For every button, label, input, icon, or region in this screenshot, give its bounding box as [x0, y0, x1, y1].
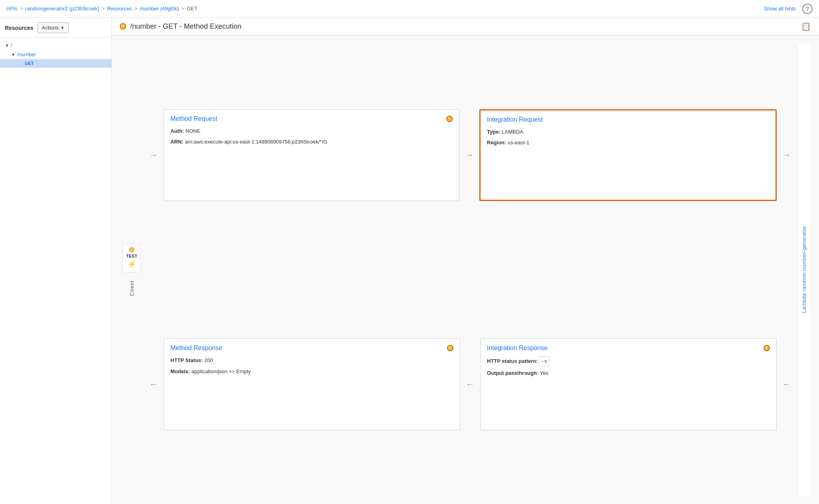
arrow-left-2	[466, 379, 475, 390]
sidebar-item-get[interactable]: GET	[0, 59, 111, 68]
top-bar: APIs > randomgenerator2 (p23h5lcoek) > R…	[0, 0, 819, 18]
arrow-client-to-method	[144, 150, 164, 160]
test-dot	[129, 247, 134, 252]
breadcrumb-get: GET	[187, 6, 198, 12]
arn-label: ARN:	[170, 139, 184, 145]
method-request-body: Auth: NONE ARN: arn:aws:execute-api:us-e…	[170, 127, 453, 149]
sidebar-header: Resources Actions ▼	[0, 18, 111, 37]
tree-label-number: /number	[17, 51, 36, 57]
arrow-right-3	[782, 150, 791, 160]
http-status-value: 200	[204, 357, 213, 363]
http-status-label: HTTP Status:	[170, 357, 203, 363]
auth-value: NONE	[186, 128, 201, 134]
tree-label-root: /	[11, 42, 12, 48]
method-request-arn: ARN: arn:aws:execute-api:us-east-1:14880…	[170, 138, 453, 146]
integration-request-card[interactable]: Integration Request Type: LAMBDA Region:…	[479, 109, 777, 201]
method-response-header: Method Response	[170, 345, 453, 352]
help-button[interactable]: ?	[802, 4, 813, 14]
main-layout: Resources Actions ▼ ▼ / ▼ /number GET	[0, 18, 819, 504]
integration-response-body: HTTP status pattern: - ⇅ Output passthro…	[487, 356, 770, 380]
integration-response-card[interactable]: Integration Response HTTP status pattern…	[480, 339, 777, 430]
breadcrumb-sep-2: >	[102, 6, 105, 12]
arrow-integration-to-lambda	[777, 150, 797, 160]
breadcrumb-sep-3: >	[135, 6, 138, 12]
sidebar: Resources Actions ▼ ▼ / ▼ /number GET	[0, 18, 112, 504]
sidebar-item-number[interactable]: ▼ /number	[0, 50, 111, 59]
content-header: /number - GET - Method Execution 📋	[112, 18, 819, 35]
type-value: LAMBDA	[502, 129, 523, 135]
method-response-title: Method Response	[170, 345, 222, 352]
arrow-lambda-to-integration	[777, 379, 797, 390]
flow-lower: Method Response HTTP Status: 200 Models:…	[144, 273, 797, 496]
integration-response-header: Integration Response	[487, 345, 770, 352]
http-status-select[interactable]: - ⇅	[539, 356, 549, 366]
header-orange-dot	[120, 23, 126, 30]
arrow-left-1	[149, 379, 158, 390]
integration-request-body: Type: LAMBDA Region: us-east-1	[487, 128, 769, 150]
actions-caret: ▼	[60, 26, 64, 30]
models-value: application/json => Empty	[192, 368, 251, 374]
select-arrows: ⇅	[544, 358, 547, 364]
breadcrumb-apigw[interactable]: randomgenerator2 (p23h5lcoek)	[25, 6, 99, 12]
region-label: Region:	[487, 140, 506, 146]
integration-request-header: Integration Request	[487, 116, 769, 123]
show-hints-link[interactable]: Show all hints	[764, 6, 796, 12]
sidebar-tree: ▼ / ▼ /number GET	[0, 37, 111, 504]
models-label: Models:	[170, 368, 190, 374]
flow-area: Method Request Auth: NONE ARN: arn:aws:e…	[144, 43, 797, 496]
breadcrumb-resources[interactable]: Resources	[107, 6, 132, 12]
integration-region: Region: us-east-1	[487, 139, 769, 147]
diagram-area: TEST ⚡ Client Method R	[112, 35, 819, 504]
auth-label: Auth:	[170, 128, 184, 134]
tree-caret-root: ▼	[5, 43, 9, 48]
integration-response-dot	[764, 345, 770, 351]
method-request-header: Method Request	[170, 115, 453, 122]
arrow-method-to-client	[144, 379, 164, 390]
breadcrumb-number[interactable]: /number (49gi5k)	[140, 6, 179, 12]
output-value: Yes	[540, 370, 548, 376]
integration-output: Output passthrough: Yes	[487, 369, 770, 377]
method-request-dot	[446, 116, 453, 122]
breadcrumb-apis[interactable]: APIs	[6, 6, 17, 12]
main-content: /number - GET - Method Execution 📋 TEST …	[112, 18, 819, 504]
page-title: /number - GET - Method Execution	[130, 22, 241, 31]
arrow-right-1	[149, 150, 158, 160]
breadcrumb: APIs > randomgenerator2 (p23h5lcoek) > R…	[6, 6, 198, 12]
method-response-body: HTTP Status: 200 Models: application/jso…	[170, 356, 453, 378]
integration-request-title: Integration Request	[487, 116, 543, 123]
test-label: TEST	[126, 254, 137, 258]
method-response-card[interactable]: Method Response HTTP Status: 200 Models:…	[164, 339, 460, 430]
http-status-select-value: -	[541, 357, 543, 365]
lambda-sidebar: Lambda random-number-generator	[797, 43, 811, 496]
integration-type: Type: LAMBDA	[487, 128, 769, 136]
test-block[interactable]: TEST ⚡	[123, 244, 141, 272]
tree-caret-number: ▼	[11, 52, 16, 57]
lambda-label[interactable]: Lambda random-number-generator	[801, 226, 807, 313]
integration-response-title: Integration Response	[487, 345, 548, 352]
top-bar-right: Show all hints ?	[764, 4, 813, 14]
get-badge: GET	[22, 61, 36, 66]
flow-upper: Method Request Auth: NONE ARN: arn:aws:e…	[144, 43, 797, 267]
sidebar-item-root[interactable]: ▼ /	[0, 41, 111, 50]
note-icon[interactable]: 📋	[801, 22, 811, 31]
client-label: Client	[129, 280, 135, 296]
integration-http-status: HTTP status pattern: - ⇅	[487, 356, 770, 366]
sidebar-title: Resources	[5, 25, 34, 31]
method-request-card[interactable]: Method Request Auth: NONE ARN: arn:aws:e…	[164, 109, 459, 201]
client-column: TEST ⚡ Client	[120, 43, 144, 496]
method-request-auth: Auth: NONE	[170, 127, 453, 135]
breadcrumb-sep-4: >	[181, 6, 184, 12]
arrow-integration-response-to-method	[460, 379, 480, 390]
method-response-models: Models: application/json => Empty	[170, 368, 453, 376]
actions-label: Actions	[42, 25, 59, 31]
lightning-icon: ⚡	[127, 260, 136, 269]
actions-button[interactable]: Actions ▼	[38, 22, 69, 33]
int-http-status-label: HTTP status pattern:	[487, 358, 538, 364]
arn-value: arn:aws:execute-api:us-east-1:1488089097…	[185, 139, 327, 145]
type-label: Type:	[487, 129, 500, 135]
method-response-status: HTTP Status: 200	[170, 356, 453, 364]
method-request-title: Method Request	[170, 115, 217, 122]
arrow-right-2	[465, 150, 474, 160]
method-response-dot	[447, 345, 453, 351]
output-label: Output passthrough:	[487, 370, 538, 376]
